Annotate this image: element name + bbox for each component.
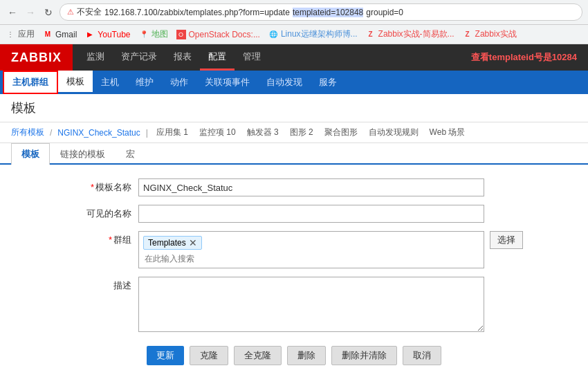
nav-config[interactable]: 配置 xyxy=(200,44,235,71)
template-name-input[interactable] xyxy=(138,178,484,196)
breadcrumb-aggregate-graphs[interactable]: 聚合图形 xyxy=(322,125,360,140)
tab-macros[interactable]: 宏 xyxy=(116,143,145,165)
delete-clear-button[interactable]: 删除并清除 xyxy=(331,346,397,365)
group-search-input[interactable] xyxy=(142,252,225,265)
required-star: * xyxy=(91,182,94,192)
bookmark-zabbix2-label: Zabbix实战 xyxy=(475,28,517,40)
sub-nav-host-group[interactable]: 主机群组 xyxy=(3,71,58,94)
breadcrumb-current[interactable]: NGINX_Check_Statuc xyxy=(57,128,140,138)
address-text: 192.168.7.100/zabbix/templates.php?form=… xyxy=(104,8,290,17)
breadcrumb-all-templates[interactable]: 所有模板 xyxy=(11,127,44,138)
address-bar[interactable]: ⚠ 不安全 192.168.7.100/zabbix/templates.php… xyxy=(59,3,582,21)
description-label: 描述 xyxy=(83,277,138,292)
nav-assets[interactable]: 资产记录 xyxy=(113,44,165,71)
refresh-button[interactable]: ↻ xyxy=(42,6,55,19)
bookmark-gmail[interactable]: M Gmail xyxy=(43,30,77,39)
form-row-description: 描述 xyxy=(0,277,588,332)
breadcrumb-triggers[interactable]: 触发器 3 xyxy=(244,125,282,140)
header-right-text: 查看templateid号是10284 xyxy=(471,51,588,64)
nav-monitor[interactable]: 监测 xyxy=(78,44,113,71)
logo-text: ZABBIX xyxy=(11,50,62,65)
sub-nav-maintenance[interactable]: 维护 xyxy=(127,71,162,94)
main-content: *模板名称 可见的名称 *群组 Templates ✕ 选择 描述 更新 克隆 … xyxy=(0,165,588,377)
required-star-group: * xyxy=(109,235,112,245)
zabbix1-icon: Z xyxy=(366,30,376,39)
bookmark-youtube-label: YouTube xyxy=(98,30,130,39)
bookmark-gmail-label: Gmail xyxy=(55,30,77,39)
zabbix2-icon: Z xyxy=(463,30,472,39)
openstack-icon: O xyxy=(176,30,186,39)
forward-button[interactable]: → xyxy=(24,6,37,19)
bookmark-zabbix1-label: Zabbix实战-简易款... xyxy=(378,28,454,40)
bookmarks-bar: ⋮ 应用 M Gmail ▶ YouTube 📍 地图 O OpenStack … xyxy=(0,25,588,44)
address-highlight: templateid=102848 xyxy=(293,8,363,17)
tab-linked-templates[interactable]: 链接的模板 xyxy=(50,143,116,165)
group-tag-label: Templates xyxy=(148,238,186,248)
select-button[interactable]: 选择 xyxy=(490,231,523,249)
breadcrumb-monitor-items[interactable]: 监控项 10 xyxy=(196,125,239,140)
bookmark-zabbix1[interactable]: Z Zabbix实战-简易款... xyxy=(366,28,454,40)
breadcrumb-sep: / xyxy=(50,128,52,138)
group-field: Templates ✕ xyxy=(138,231,484,268)
cancel-button[interactable]: 取消 xyxy=(403,346,441,365)
youtube-icon: ▶ xyxy=(85,30,95,39)
breadcrumb-web-scenes[interactable]: Web 场景 xyxy=(427,125,468,140)
group-tag-templates: Templates ✕ xyxy=(143,236,202,250)
breadcrumb-bar: 所有模板 / NGINX_Check_Statuc | 应用集 1 监控项 10… xyxy=(0,122,588,143)
bookmark-maps[interactable]: 📍 地图 xyxy=(139,28,168,40)
sub-nav-discovery[interactable]: 自动发现 xyxy=(258,71,311,94)
zabbix-header: ZABBIX 监测 资产记录 报表 配置 管理 查看templateid号是10… xyxy=(0,44,588,71)
delete-button[interactable]: 删除 xyxy=(287,346,326,365)
form-row-group: *群组 Templates ✕ 选择 xyxy=(0,231,588,268)
full-clone-button[interactable]: 全克隆 xyxy=(234,346,282,365)
bookmark-linux[interactable]: 🌐 Linux远继架构师博... xyxy=(268,28,358,40)
form-row-template-name: *模板名称 xyxy=(0,178,588,196)
bookmark-maps-label: 地图 xyxy=(151,28,168,40)
tab-template[interactable]: 模板 xyxy=(11,143,50,165)
form-row-visible-name: 可见的名称 xyxy=(0,205,588,223)
breadcrumb-app-collection[interactable]: 应用集 1 xyxy=(154,125,191,140)
clone-button[interactable]: 克隆 xyxy=(190,346,228,365)
page-title-bar: 模板 xyxy=(0,94,588,122)
sub-nav-services[interactable]: 服务 xyxy=(311,71,345,94)
page-title: 模板 xyxy=(11,100,577,116)
nav-reports[interactable]: 报表 xyxy=(165,44,200,71)
bookmark-linux-label: Linux远继架构师博... xyxy=(281,28,358,40)
security-label: 不安全 xyxy=(77,6,102,18)
divider-1: | xyxy=(146,128,148,138)
back-button[interactable]: ← xyxy=(6,6,19,19)
bookmark-youtube[interactable]: ▶ YouTube xyxy=(85,30,130,39)
browser-bar: ← → ↻ ⚠ 不安全 192.168.7.100/zabbix/templat… xyxy=(0,0,588,25)
group-label: *群组 xyxy=(83,231,138,246)
linux-icon: 🌐 xyxy=(268,30,278,39)
nav-admin[interactable]: 管理 xyxy=(235,44,269,71)
template-name-label: *模板名称 xyxy=(83,178,138,194)
sub-nav-templates[interactable]: 模板 xyxy=(58,71,93,94)
apps-icon: ⋮ xyxy=(6,30,15,39)
breadcrumb-graphs[interactable]: 图形 2 xyxy=(287,125,316,140)
header-nav: 监测 资产记录 报表 配置 管理 xyxy=(78,44,269,71)
bookmark-openstack-label: OpenStack Docs:... xyxy=(189,30,260,39)
zabbix-logo: ZABBIX xyxy=(0,44,73,71)
address-suffix: groupid=0 xyxy=(366,8,403,17)
visible-name-label: 可见的名称 xyxy=(83,205,138,220)
group-tag-close[interactable]: ✕ xyxy=(189,238,197,248)
breadcrumb-auto-discovery-rules[interactable]: 自动发现规则 xyxy=(366,125,421,140)
bookmark-zabbix2[interactable]: Z Zabbix实战 xyxy=(463,28,517,40)
sub-nav-actions[interactable]: 动作 xyxy=(162,71,196,94)
bookmark-openstack[interactable]: O OpenStack Docs:... xyxy=(176,30,260,39)
maps-icon: 📍 xyxy=(139,30,149,39)
sub-nav-related-events[interactable]: 关联项事件 xyxy=(196,71,258,94)
bookmark-apps-label: 应用 xyxy=(18,28,35,40)
action-buttons: 更新 克隆 全克隆 删除 删除并清除 取消 xyxy=(0,346,588,372)
bookmark-apps[interactable]: ⋮ 应用 xyxy=(6,28,35,40)
visible-name-input[interactable] xyxy=(138,205,484,223)
description-textarea[interactable] xyxy=(138,277,484,332)
sub-nav: 主机群组 模板 主机 维护 动作 关联项事件 自动发现 服务 xyxy=(0,71,588,94)
update-button[interactable]: 更新 xyxy=(147,346,184,365)
sub-nav-hosts[interactable]: 主机 xyxy=(93,71,127,94)
security-icon: ⚠ xyxy=(67,8,74,17)
gmail-icon: M xyxy=(43,30,53,39)
tabs-bar: 模板 链接的模板 宏 xyxy=(0,143,588,165)
